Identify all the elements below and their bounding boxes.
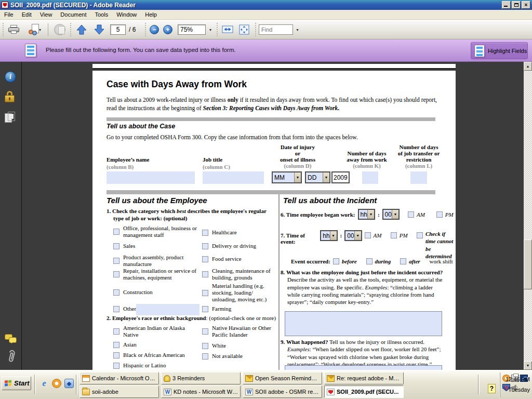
previous-page-button[interactable] — [74, 22, 89, 37]
zoom-level-input[interactable]: 75% — [178, 24, 206, 35]
taskbar-button-soii-pdf-active[interactable]: SOII_2009.pdf (SECU... — [324, 385, 404, 398]
checkbox-not-available[interactable] — [202, 353, 208, 360]
q6-hour-select[interactable]: hh▼ — [358, 209, 375, 220]
menu-tools[interactable]: Tools — [91, 10, 113, 19]
checkbox-asian[interactable] — [113, 342, 119, 348]
share-form-icon — [29, 24, 39, 35]
find-dropdown-button[interactable]: ▾ — [294, 22, 301, 37]
days-transfer-field[interactable] — [410, 171, 427, 184]
job-title-field[interactable] — [203, 171, 264, 184]
explorer-quicklaunch-icon[interactable]: ❖ — [64, 379, 74, 388]
checkbox-food-service[interactable] — [202, 256, 208, 262]
checkbox-farming[interactable] — [202, 306, 208, 312]
menu-edit[interactable]: Edit — [18, 10, 36, 19]
q6-row: 6. Time employee began work: hh▼ : 00▼ A… — [281, 209, 454, 220]
q7-hour-select[interactable]: hh▼ — [320, 230, 337, 241]
taskbar-button-re-request[interactable]: Re: request adobe - Mes... — [324, 372, 404, 384]
q2-option-label: Asian — [123, 341, 137, 348]
checkbox-white[interactable] — [202, 343, 208, 349]
q8-text: 8. What was the employee doing just befo… — [281, 269, 446, 305]
checkbox-material-handling[interactable] — [202, 290, 208, 296]
attachments-paperclip-icon[interactable] — [6, 349, 16, 366]
close-button[interactable]: × — [522, 1, 530, 9]
q6-minute-select[interactable]: 00▼ — [382, 209, 400, 220]
zoom-out-button[interactable]: − — [150, 25, 159, 34]
checkbox-american-indian[interactable] — [113, 328, 119, 335]
q1-option-label: Material handling (e.g. stocking, loadin… — [212, 283, 273, 303]
fit-width-button[interactable] — [220, 22, 235, 37]
menu-window[interactable]: Window — [112, 10, 141, 19]
checkbox-repair[interactable] — [113, 271, 119, 277]
checkbox-product-assembly[interactable] — [113, 258, 119, 264]
document-info-icon[interactable]: i — [5, 71, 16, 83]
taskbar-button-soii-adobe-doc[interactable]: SOII adobe - OSMR revi... — [243, 385, 322, 398]
checkbox-hispanic[interactable] — [113, 363, 119, 369]
checkbox-construction[interactable] — [113, 289, 119, 296]
highlight-fields-label: Highlight Fields — [488, 48, 527, 54]
outlook-quicklaunch-icon[interactable] — [52, 379, 61, 388]
zoom-dropdown-button[interactable]: ▾ — [207, 22, 214, 37]
checkbox-black[interactable] — [113, 352, 119, 358]
checkbox-native-hawaiian[interactable] — [202, 328, 208, 335]
checkbox-q7-am[interactable] — [365, 232, 371, 238]
taskbar-button-soii-adobe-folder[interactable]: soii-adobe — [79, 385, 159, 398]
employee-name-label: Employee’s name — [107, 156, 149, 163]
internet-explorer-icon[interactable]: e — [39, 379, 49, 388]
scrollbar-thumb[interactable] — [524, 240, 532, 289]
checkbox-delivery[interactable] — [202, 243, 208, 249]
zoom-in-button[interactable]: + — [163, 25, 172, 34]
find-input[interactable] — [259, 26, 292, 33]
taskbar-button-kd-notes[interactable]: KD notes - Microsoft Word — [161, 385, 241, 398]
restore-button[interactable] — [512, 1, 521, 9]
minimize-button[interactable] — [502, 1, 511, 9]
checkbox-other[interactable] — [113, 306, 119, 312]
checkbox-cleaning[interactable] — [202, 271, 208, 277]
checkbox-time-cannot-be-determined[interactable] — [417, 232, 423, 238]
taskbar-clock[interactable]: 12:46 PM Tuesday — [506, 375, 530, 395]
start-button[interactable]: Start — [2, 376, 31, 390]
navigation-sidebar: i — [0, 62, 22, 370]
menu-file[interactable]: File — [0, 10, 18, 19]
checkbox-office[interactable] — [113, 229, 119, 235]
next-page-button[interactable] — [91, 22, 107, 37]
event-occurred-row: Event occurred: before during after work… — [291, 258, 453, 264]
pdf-icon — [327, 389, 335, 395]
checkbox-during-shift[interactable] — [366, 258, 373, 264]
before-label: before — [342, 258, 357, 264]
scroll-up-button[interactable]: ▲ — [524, 62, 532, 71]
collaborate-button[interactable] — [52, 22, 68, 37]
fit-page-button[interactable] — [237, 22, 251, 37]
day-select[interactable]: DD▼ — [305, 171, 330, 183]
print-button[interactable] — [6, 22, 22, 37]
q9-answer-textarea[interactable] — [285, 365, 442, 370]
checkbox-after-shift[interactable] — [400, 258, 406, 264]
incident-section-header: Tell us about the Incident — [283, 196, 377, 205]
outlook-calendar-icon — [82, 375, 90, 382]
checkbox-before-shift[interactable] — [333, 258, 339, 264]
checkbox-healthcare[interactable] — [202, 230, 208, 236]
distribute-form-button[interactable]: ▾ — [25, 22, 45, 37]
taskbar-button-reminders[interactable]: 3 Reminders — [161, 372, 241, 384]
q2-option-label: Hispanic or Latino — [123, 362, 166, 369]
days-away-field[interactable] — [362, 171, 378, 184]
employee-name-field[interactable] — [107, 171, 195, 184]
menu-help[interactable]: Help — [141, 10, 161, 19]
page-number-input[interactable]: 5 — [110, 24, 126, 35]
column-c-label: (column C) — [203, 164, 230, 170]
vertical-scrollbar[interactable]: ▲ ▼ — [524, 62, 532, 370]
other-text-field[interactable] — [136, 304, 200, 315]
q7-minute-select[interactable]: 00▼ — [344, 230, 362, 241]
help-icon[interactable]: ? — [488, 384, 496, 393]
checkbox-q6-pm[interactable] — [436, 211, 443, 218]
taskbar-button-calendar[interactable]: Calendar - Microsoft Outl... — [79, 372, 159, 384]
menu-document[interactable]: Document — [56, 10, 90, 19]
scroll-down-button[interactable]: ▼ — [524, 361, 532, 370]
checkbox-sales[interactable] — [113, 243, 119, 249]
taskbar-button-open-season[interactable]: Open Season Reminders... — [243, 372, 322, 384]
menu-view[interactable]: View — [36, 10, 57, 19]
highlight-fields-button[interactable]: Highlight Fields — [471, 42, 528, 59]
q8-answer-textarea[interactable] — [285, 311, 442, 336]
checkbox-q7-pm[interactable] — [391, 232, 397, 238]
checkbox-q6-am[interactable] — [408, 211, 414, 218]
month-select[interactable]: MM▼ — [272, 171, 302, 183]
